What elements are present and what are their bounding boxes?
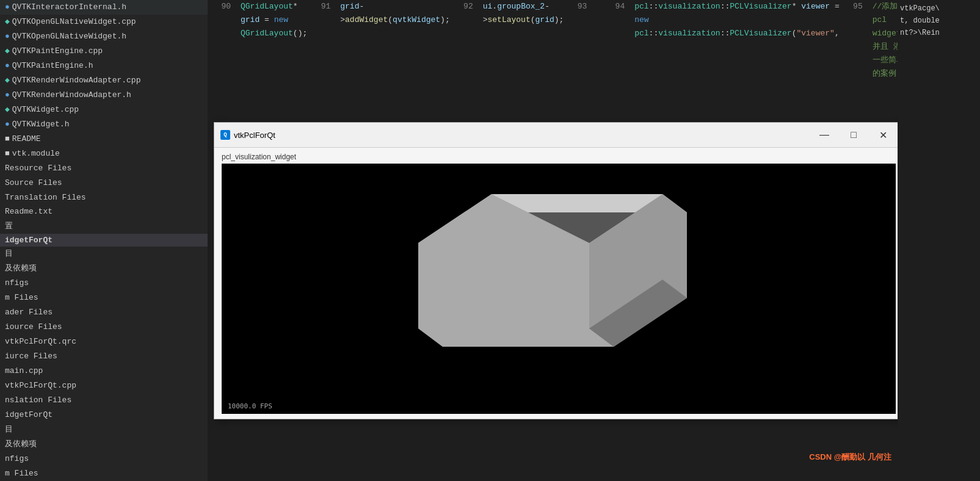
line-94-code: pcl::visualization::PCLVisualizer* viewe… — [632, 0, 840, 81]
sidebar-group-item-5[interactable]: iource Files — [0, 320, 208, 335]
line-91-code: grid->addWidget(qvtkWidget); — [338, 0, 449, 81]
popup-maximize-button[interactable]: □ — [840, 126, 868, 143]
popup-close-button[interactable]: ✕ — [869, 126, 897, 143]
sidebar-group-item-7[interactable]: iurce Files — [0, 349, 208, 364]
sidebar-group-item-12[interactable]: 目 — [0, 422, 208, 437]
popup-window: Q vtkPclForQt — □ ✕ pcl_visulization_wid… — [214, 122, 898, 419]
sidebar-group-item-14[interactable]: nfigs — [0, 452, 208, 466]
popup-content: pcl_visulization_widget — [214, 148, 898, 419]
sidebar-item-qvtkpaintengine-cpp[interactable]: ◆QVTKPaintEngine.cpp — [0, 44, 208, 59]
sidebar-group-items: 目 及依赖项 nfigs m Files ader Files iource F… — [0, 247, 208, 481]
sidebar-section-translation[interactable]: Translation Files — [0, 190, 208, 205]
line-93-num: 93 — [564, 0, 594, 81]
sidebar-item-qvtkinteractorinternal[interactable]: ●QVTKInteractorInternal.h — [0, 0, 208, 15]
sidebar-group-item-10[interactable]: nslation Files — [0, 393, 208, 408]
line-90-code: QGridLayout* grid = new QGridLayout(); — [238, 0, 307, 81]
line-93-code — [594, 0, 601, 81]
sidebar-group-item-2[interactable]: nfigs — [0, 276, 208, 291]
sidebar-item-qvtkopenglnativewidget-h[interactable]: ●QVTKOpenGLNativeWidget.h — [0, 29, 208, 44]
sidebar-file-list-top: ●QVTKInteractorInternal.h ◆QVTKOpenGLNat… — [0, 0, 208, 161]
sidebar-group-item-1[interactable]: 及依赖项 — [0, 261, 208, 276]
line-90-num: 90 — [208, 0, 238, 81]
line-95-code: //添加pcl widget；并且 添加一些简单的案例； — [870, 0, 898, 81]
popup-widget-label: pcl_visulization_widget — [222, 153, 896, 161]
sidebar-cursor: 置 — [0, 219, 208, 234]
sidebar-group-item-8[interactable]: main.cpp — [0, 364, 208, 378]
line-92-num: 92 — [450, 0, 481, 81]
line-95-num: 95 — [840, 0, 870, 81]
sidebar-section-readme[interactable]: Readme.txt — [0, 204, 208, 219]
sidebar-group-item-0[interactable]: 目 — [0, 247, 208, 261]
3d-shape-svg — [382, 176, 736, 402]
popup-controls: — □ ✕ — [810, 126, 897, 143]
sidebar-item-qvtkwidget-h[interactable]: ●QVTKWidget.h — [0, 117, 208, 132]
sidebar: ●QVTKInteractorInternal.h ◆QVTKOpenGLNat… — [0, 0, 208, 481]
line-92-code: ui.groupBox_2->setLayout(grid); — [481, 0, 564, 81]
code-editor: 90 QGridLayout* grid = new QGridLayout()… — [208, 0, 898, 83]
sidebar-item-readme[interactable]: ■README — [0, 132, 208, 146]
sidebar-group-item-9[interactable]: vtkPclForQt.cpp — [0, 378, 208, 393]
sidebar-item-qvtkpaintengine-h[interactable]: ●QVTKPaintEngine.h — [0, 59, 208, 73]
popup-app-icon: Q — [220, 130, 230, 140]
line-91-num: 91 — [307, 0, 338, 81]
popup-titlebar: Q vtkPclForQt — □ ✕ — [214, 123, 898, 148]
right-panel: vtkPacge\ t, double nt?>\Rein — [898, 0, 980, 481]
sidebar-group-item-4[interactable]: ader Files — [0, 305, 208, 320]
sidebar-group-item-13[interactable]: 及依赖项 — [0, 437, 208, 452]
right-panel-line-1: t, double — [898, 15, 980, 27]
fps-label: 10000.0 FPS — [228, 402, 272, 410]
3d-shape-container — [222, 164, 896, 414]
line-94-num: 94 — [601, 0, 632, 81]
sidebar-item-qvtkrenderwindowadapter-h[interactable]: ●QVTKRenderWindowAdapter.h — [0, 88, 208, 103]
sidebar-item-qvtkopenglnativewidget-cpp[interactable]: ◆QVTKOpenGLNativeWidget.cpp — [0, 15, 208, 29]
editor-area: 90 QGridLayout* grid = new QGridLayout()… — [208, 0, 898, 481]
sidebar-section-resource[interactable]: Resource Files — [0, 161, 208, 176]
popup-title: vtkPclForQt — [234, 131, 810, 140]
sidebar-item-qvtkrenderwindowadapter-cpp[interactable]: ◆QVTKRenderWindowAdapter.cpp — [0, 73, 208, 88]
sidebar-group-header: idgetForQt — [0, 234, 208, 247]
sidebar-item-qvtkwidget-cpp[interactable]: ◆QVTKWidget.cpp — [0, 103, 208, 117]
csdn-watermark: CSDN @酬勤以 几何注 — [809, 452, 891, 463]
sidebar-item-vtkmodule[interactable]: ■vtk.module — [0, 146, 208, 161]
popup-minimize-button[interactable]: — — [810, 126, 838, 143]
sidebar-group-item-3[interactable]: m Files — [0, 291, 208, 305]
right-panel-line-2: nt?>\Rein — [898, 27, 980, 39]
sidebar-section-source[interactable]: Source Files — [0, 176, 208, 190]
popup-viewport: 10000.0 FPS — [222, 164, 896, 414]
sidebar-group-item-6[interactable]: vtkPclForQt.qrc — [0, 335, 208, 349]
right-panel-line-0: vtkPacge\ — [898, 2, 980, 15]
sidebar-group-item-11[interactable]: idgetForQt — [0, 408, 208, 422]
sidebar-group-item-15[interactable]: m Files — [0, 466, 208, 481]
